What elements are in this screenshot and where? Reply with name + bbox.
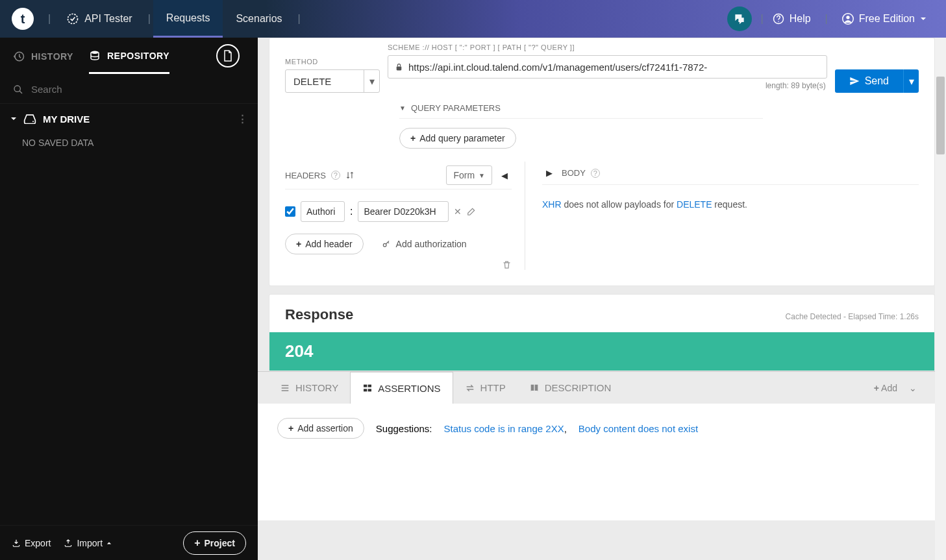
plus-icon: + xyxy=(296,239,301,249)
expand-icon[interactable]: ⌄ xyxy=(901,383,925,393)
add-header-button[interactable]: + Add header xyxy=(285,234,364,254)
query-params-label: QUERY PARAMETERS xyxy=(411,103,501,113)
divider: | xyxy=(48,13,51,25)
edition-label: Free Edition xyxy=(859,13,915,25)
drive-more-icon[interactable]: ⋮ xyxy=(238,113,247,125)
svg-point-4 xyxy=(846,16,849,19)
nav-api-tester-label: API Tester xyxy=(84,13,132,25)
edition-button[interactable]: Free Edition xyxy=(836,13,933,25)
divider: | xyxy=(825,13,828,25)
sort-icon[interactable] xyxy=(345,171,355,180)
lock-icon xyxy=(395,62,403,72)
svg-point-7 xyxy=(14,86,20,91)
send-caret-button[interactable]: ▾ xyxy=(903,69,919,93)
plus-icon: + xyxy=(194,537,200,549)
tab-history[interactable]: HISTORY xyxy=(13,51,73,62)
divider: | xyxy=(761,13,764,25)
history-icon xyxy=(13,51,25,62)
brand-logo[interactable]: t xyxy=(12,8,34,30)
export-button[interactable]: Export xyxy=(12,538,51,548)
add-assertion-button[interactable]: + Add assertion xyxy=(277,418,364,439)
tab-history-label: HISTORY xyxy=(31,51,73,62)
key-icon xyxy=(382,239,391,249)
project-label: Project xyxy=(205,538,235,548)
btab-description[interactable]: DESCRIPTION xyxy=(517,372,623,404)
chevron-down-icon xyxy=(920,16,927,22)
project-button[interactable]: + Project xyxy=(183,531,246,555)
suggestion-link-1[interactable]: Status code is in range 2XX xyxy=(444,423,564,434)
send-button[interactable]: Send xyxy=(835,69,903,93)
method-select[interactable]: DELETE ▾ xyxy=(285,69,380,93)
btab-http[interactable]: HTTP xyxy=(453,372,517,404)
response-title: Response xyxy=(285,306,353,323)
request-panel: METHOD DELETE ▾ SCHEME :// HOST [ ":" PO… xyxy=(269,38,935,286)
btab-assertions[interactable]: ASSERTIONS xyxy=(350,372,453,404)
response-panel: Response Cache Detected - Elapsed Time: … xyxy=(269,294,935,371)
scrollbar-rail[interactable] xyxy=(935,38,946,560)
svg-rect-9 xyxy=(397,66,402,70)
collapse-left-icon[interactable]: ◀ xyxy=(497,168,512,183)
method-value: DELETE xyxy=(286,76,364,87)
new-request-button[interactable] xyxy=(216,44,240,67)
xhr-link[interactable]: XHR xyxy=(542,199,562,210)
tab-repository-label: REPOSITORY xyxy=(107,51,169,61)
header-name-input[interactable] xyxy=(301,201,345,222)
svg-point-8 xyxy=(32,121,34,122)
suggestions-label: Suggestions: xyxy=(376,423,432,434)
delete-link[interactable]: DELETE xyxy=(677,199,712,210)
collapse-right-icon[interactable]: ▶ xyxy=(542,165,556,180)
check-badge-icon xyxy=(66,12,79,25)
search-input[interactable] xyxy=(31,84,245,95)
help-icon xyxy=(773,13,784,25)
btab-http-label: HTTP xyxy=(480,382,506,393)
nav-api-tester[interactable]: API Tester xyxy=(53,0,145,38)
headers-label: HEADERS xyxy=(285,171,326,180)
bottom-tabs: HISTORY ASSERTIONS HTTP DESCRIPTION + Ad… xyxy=(258,371,935,404)
top-nav: t | API Tester | Requests Scenarios | | … xyxy=(0,0,946,38)
swap-icon xyxy=(465,383,475,393)
help-button[interactable]: Help xyxy=(766,13,817,25)
plus-icon: + xyxy=(410,133,416,143)
nav-scenarios-label: Scenarios xyxy=(236,13,282,25)
tab-repository[interactable]: REPOSITORY xyxy=(89,40,169,74)
btab-history[interactable]: HISTORY xyxy=(268,372,350,404)
add-query-param-button[interactable]: + Add query parameter xyxy=(399,128,516,149)
user-icon xyxy=(842,13,854,25)
header-row: : ✕ xyxy=(285,201,512,222)
headers-view-select[interactable]: Form ▼ xyxy=(446,165,492,185)
assertions-icon xyxy=(362,383,373,393)
header-checkbox[interactable] xyxy=(285,206,295,217)
remove-header-icon[interactable]: ✕ xyxy=(454,206,462,217)
btab-desc-label: DESCRIPTION xyxy=(545,382,612,393)
my-drive-row[interactable]: MY DRIVE ⋮ xyxy=(0,104,258,134)
header-value-input[interactable] xyxy=(358,201,449,222)
svg-rect-12 xyxy=(368,385,371,387)
chat-button[interactable] xyxy=(727,6,752,31)
url-input-wrap xyxy=(388,55,827,79)
suggestion-link-2[interactable]: Body content does not exist xyxy=(579,423,698,434)
scrollbar-thumb[interactable] xyxy=(936,77,945,154)
magic-icon[interactable] xyxy=(467,207,476,216)
response-meta: Cache Detected - Elapsed Time: 1.26s xyxy=(786,312,919,321)
nav-scenarios[interactable]: Scenarios xyxy=(223,0,295,38)
caret-down-icon xyxy=(10,116,17,122)
drive-icon xyxy=(23,114,36,124)
document-icon xyxy=(223,50,233,62)
url-length: length: 89 byte(s) xyxy=(388,79,827,93)
no-saved-data: NO SAVED DATA xyxy=(0,134,258,152)
url-input[interactable] xyxy=(408,62,820,73)
nav-requests[interactable]: Requests xyxy=(153,0,223,38)
add-tab-button[interactable]: + Add xyxy=(874,383,897,393)
trash-icon[interactable] xyxy=(502,260,512,270)
form-label: Form xyxy=(453,170,475,180)
method-caret-icon[interactable]: ▾ xyxy=(364,70,379,92)
caret-down-icon: ▼ xyxy=(399,104,406,112)
import-button[interactable]: Import xyxy=(64,538,112,548)
content-area: METHOD DELETE ▾ SCHEME :// HOST [ ":" PO… xyxy=(258,38,946,560)
svg-rect-13 xyxy=(364,389,367,391)
query-params-toggle[interactable]: ▼ QUERY PARAMETERS xyxy=(399,103,763,119)
add-authorization-button[interactable]: Add authorization xyxy=(382,239,467,249)
info-icon[interactable]: ? xyxy=(591,169,600,178)
info-icon[interactable]: ? xyxy=(331,171,340,180)
btab-assertions-label: ASSERTIONS xyxy=(378,383,440,394)
